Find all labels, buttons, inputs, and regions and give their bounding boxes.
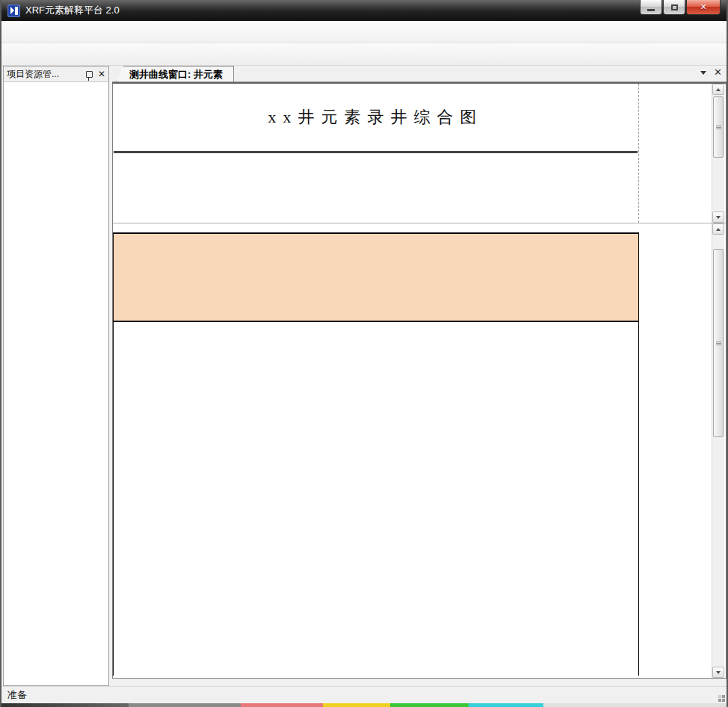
project-explorer-panel: 项目资源管... ✕ [3,66,109,686]
report-title: xx井元素录井综合图 [268,106,484,129]
project-tree [4,82,108,685]
project-explorer-header: 项目资源管... ✕ [4,67,108,82]
report-pane: xx井元素录井综合图 [113,84,726,223]
report-table [114,151,638,153]
project-explorer-title: 项目资源管... [7,68,59,81]
tab-well-elements[interactable]: 测井曲线窗口: 井元素 [117,66,234,81]
scroll-thumb[interactable] [713,249,724,437]
titlebar: XRF元素解释平台 2.0 ✕ [1,0,727,21]
scroll-up-button[interactable] [712,84,724,95]
scroll-down-button[interactable] [712,667,724,678]
close-button[interactable]: ✕ [686,0,721,15]
toolbar [1,43,727,66]
chart-body [113,322,639,676]
chart-area [113,223,639,678]
resize-grip[interactable] [722,699,725,702]
report-scrollbar[interactable] [712,84,724,223]
chart-scrollbar[interactable] [712,223,724,678]
tabbar: 测井曲线窗口: 井元素 ✕ [112,66,727,82]
chart-header [113,234,639,322]
app-logo-icon [7,4,20,17]
desktop-edge [1,703,727,707]
panel-close-icon[interactable]: ✕ [98,70,105,78]
minimize-button[interactable] [640,0,662,15]
scroll-up-button[interactable] [712,223,724,235]
report-page: xx井元素录井综合图 [113,84,639,223]
pin-icon[interactable] [86,71,93,78]
maximize-button[interactable] [663,0,685,15]
chart-pane [113,223,726,678]
log-document: xx井元素录井综合图 [112,82,727,679]
statusbar: 准备 [1,686,727,703]
tab-close-icon[interactable]: ✕ [714,68,722,77]
menubar [1,21,727,43]
scroll-thumb[interactable] [713,96,724,158]
window-title: XRF元素解释平台 2.0 [25,4,120,17]
tab-dropdown-icon[interactable] [700,71,706,75]
scroll-down-button[interactable] [712,212,724,223]
status-text: 准备 [7,688,27,702]
